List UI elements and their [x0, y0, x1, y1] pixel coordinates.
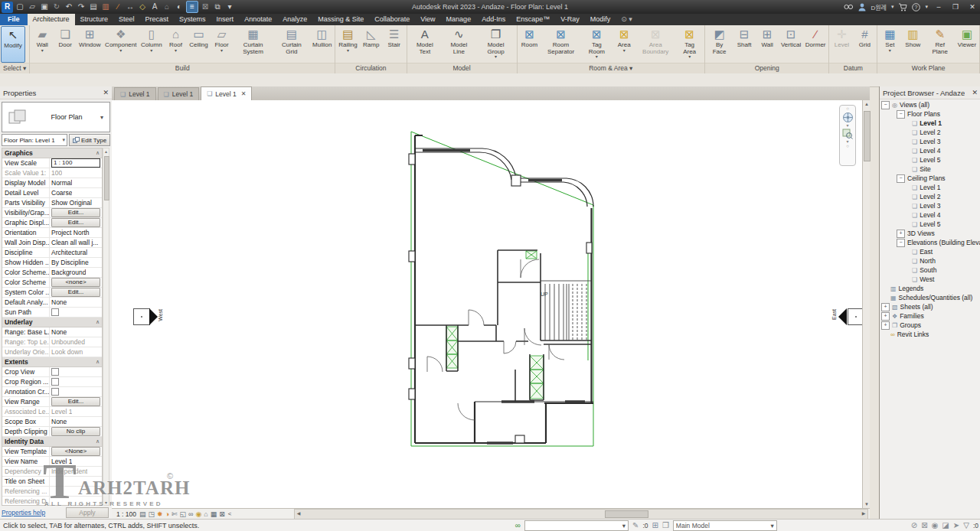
detail-level-icon[interactable]: ▤	[139, 510, 146, 518]
temporary-hide-icon[interactable]: ∞	[188, 510, 193, 518]
print-preview-icon[interactable]: ▥	[100, 2, 111, 12]
door-button[interactable]: ❏Door	[54, 26, 77, 63]
tree-item-schedules-quantities-all-[interactable]: ▦Schedules/Quantities (all)	[880, 293, 980, 302]
elevation-marker-west[interactable]	[133, 308, 150, 325]
tree-item-level-1[interactable]: ❏Level 1	[880, 119, 980, 128]
ribbon-tab-view[interactable]: View	[415, 14, 440, 25]
horizontal-scroll-thumb[interactable]	[605, 510, 648, 518]
wall-button[interactable]: ⊞Wall	[756, 26, 779, 63]
expand-toggle-icon[interactable]: +	[897, 230, 905, 238]
navbar-dot-icon[interactable]: ○	[846, 145, 849, 148]
railing-button[interactable]: ▤Railing▾	[336, 26, 359, 63]
grid-button[interactable]: #Grid	[853, 26, 876, 63]
room-separator-button[interactable]: ⊠Room Separator	[541, 26, 581, 63]
dropdown-caret-icon[interactable]: ▾	[891, 4, 894, 10]
properties-close-icon[interactable]: ✕	[103, 89, 109, 96]
panel-label-build[interactable]: Build	[30, 63, 335, 73]
aligned-dimension-icon[interactable]: ↔	[125, 2, 136, 12]
select-pinned-icon[interactable]: ◉	[932, 522, 939, 529]
ribbon-state-toggle-icon[interactable]: ⊙ ▾	[616, 14, 638, 25]
ribbon-tab-manage[interactable]: Manage	[441, 14, 477, 25]
stair-button[interactable]: ☰Stair	[383, 26, 406, 63]
scroll-up-icon[interactable]: ▲	[863, 100, 871, 108]
ceiling-button[interactable]: ▭Ceiling	[187, 26, 210, 63]
ref-plane-button[interactable]: ✎Ref Plane	[924, 26, 956, 63]
tree-item-sheets-all-[interactable]: +▧Sheets (all)	[880, 302, 980, 311]
panel-label-circulation[interactable]: Circulation	[335, 63, 406, 73]
view-tab-2[interactable]: ❏Level 1	[158, 87, 200, 100]
mullion-button[interactable]: ◫Mullion	[310, 26, 334, 63]
edit-type-button[interactable]: Edit Type	[69, 134, 110, 146]
model-group-button[interactable]: ❐Model Group▾	[476, 26, 516, 63]
ribbon-tab-analyze[interactable]: Analyze	[277, 14, 312, 25]
close-view-tab-icon[interactable]: ✕	[241, 90, 247, 97]
hide-analytical-icon[interactable]: ▦	[211, 510, 217, 518]
view-scale-input[interactable]: 1 : 100	[51, 158, 100, 168]
panel-label-select[interactable]: Select ▾	[0, 63, 29, 73]
collapse-section-icon[interactable]: ∧	[96, 359, 100, 365]
ribbon-tab-architecture[interactable]: Architecture	[28, 14, 75, 25]
apply-button[interactable]: Apply	[66, 507, 109, 518]
editable-items-icon[interactable]: ✎	[632, 522, 639, 529]
chevron-down-icon[interactable]: ▾	[100, 114, 109, 121]
tree-item-level-5[interactable]: ❏Level 5	[880, 220, 980, 229]
revit-logo[interactable]: R	[2, 2, 13, 13]
vertical-button[interactable]: ⊡Vertical	[779, 26, 803, 63]
expand-toggle-icon[interactable]: +	[881, 321, 890, 330]
zoom-region-icon[interactable]	[842, 129, 853, 139]
worksharing-display-icon[interactable]: ∞	[515, 522, 521, 529]
set-button[interactable]: ▦Set▾	[878, 26, 901, 63]
text-icon[interactable]: A	[149, 2, 160, 12]
tree-item-views-all-[interactable]: −◎Views (all)	[880, 100, 980, 109]
switch-windows-icon[interactable]: ⧉	[212, 2, 223, 12]
minimize-button[interactable]: –	[933, 3, 945, 11]
type-selector[interactable]: Floor Plan ▾	[2, 102, 110, 132]
floor-plan-drawing[interactable]: UP	[112, 100, 862, 508]
reveal-hidden-icon[interactable]: ◉	[196, 510, 202, 518]
tree-item-level-5[interactable]: ❏Level 5	[880, 155, 980, 165]
design-options-pick-icon[interactable]: ❐	[662, 522, 669, 529]
ribbon-tab-add-ins[interactable]: Add-Ins	[476, 14, 511, 25]
show-button[interactable]: ▥Show	[901, 26, 924, 63]
chevron-down-icon[interactable]: ▾	[846, 124, 848, 128]
depth-clipping-button[interactable]: No clip	[51, 427, 100, 436]
save-icon[interactable]: ▣	[39, 2, 50, 12]
collapse-view-bar-icon[interactable]: <	[228, 510, 232, 517]
tree-item-legends[interactable]: ▥Legends	[880, 284, 980, 293]
default-3d-view-icon[interactable]: ⌂	[162, 2, 172, 12]
thin-lines-icon[interactable]: ≡	[186, 1, 198, 13]
panel-label-room-area[interactable]: Room & Area ▾	[518, 63, 705, 73]
shadows-icon[interactable]: ◑	[165, 510, 169, 518]
temporary-view-properties-icon[interactable]: ⌂	[204, 510, 207, 518]
properties-help-link[interactable]: Properties help	[2, 509, 45, 516]
by-face-button[interactable]: ◩By Face	[706, 26, 733, 63]
filter-icon[interactable]: ▽	[963, 522, 969, 529]
customize-qat-icon[interactable]: ▾	[224, 2, 235, 12]
drawing-area[interactable]: UP West East ○ ▾ ▾ ○	[112, 100, 862, 508]
collapse-toggle-icon[interactable]: −	[897, 239, 905, 247]
project-browser-close-icon[interactable]: ✕	[972, 89, 978, 96]
sun-path-checkbox[interactable]	[51, 308, 59, 316]
tree-item-north[interactable]: ❏North	[880, 256, 980, 266]
sun-path-icon[interactable]: ✸	[157, 510, 163, 518]
floor-button[interactable]: ▱Floor▾	[211, 26, 234, 63]
collapse-toggle-icon[interactable]: −	[897, 174, 905, 183]
ribbon-tab-modify[interactable]: Modify	[585, 14, 616, 25]
window-button[interactable]: ⊞Window	[77, 26, 103, 63]
ribbon-tab-collaborate[interactable]: Collaborate	[369, 14, 415, 25]
graphic-displ--button[interactable]: Edit...	[51, 218, 100, 227]
ribbon-tab-precast[interactable]: Precast	[140, 14, 175, 25]
select-by-face-icon[interactable]: ◪	[942, 522, 949, 529]
expand-toggle-icon[interactable]: +	[881, 303, 890, 311]
crop-region-icon[interactable]: ◱	[180, 510, 187, 518]
tag-icon[interactable]: ◇	[137, 2, 148, 12]
tree-item-3d-views[interactable]: +3D Views	[880, 229, 980, 238]
ramp-button[interactable]: ◺Ramp	[360, 26, 383, 63]
measure-icon[interactable]: ∕	[113, 2, 123, 12]
horizontal-scrollbar[interactable]: ◀ ▶	[294, 509, 868, 520]
collapse-toggle-icon[interactable]: −	[897, 110, 905, 119]
tree-item-level-1[interactable]: ❏Level 1	[880, 183, 980, 192]
ribbon-tab-insert[interactable]: Insert	[211, 14, 240, 25]
sync-icon[interactable]: ↻	[51, 2, 62, 12]
dormer-button[interactable]: ∕Dormer	[803, 26, 828, 63]
